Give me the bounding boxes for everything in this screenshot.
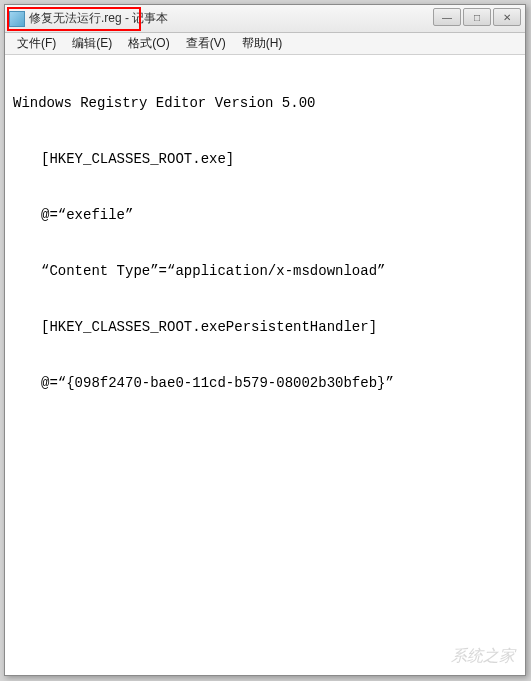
content-line: [HKEY_CLASSES_ROOT.exePersistentHandler] [13,313,517,341]
window-controls: — □ ✕ [433,8,521,26]
close-button[interactable]: ✕ [493,8,521,26]
maximize-button[interactable]: □ [463,8,491,26]
minimize-button[interactable]: — [433,8,461,26]
menu-help[interactable]: 帮助(H) [234,33,291,54]
notepad-icon [9,11,25,27]
title-separator: - [122,11,133,25]
window-title: 修复无法运行.reg - 记事本 [29,10,168,27]
content-line: [HKEY_CLASSES_ROOT.exe] [13,145,517,173]
content-line: “Content Type”=“application/x-msdownload… [13,257,517,285]
menu-file[interactable]: 文件(F) [9,33,64,54]
menu-view[interactable]: 查看(V) [178,33,234,54]
menubar: 文件(F) 编辑(E) 格式(O) 查看(V) 帮助(H) [5,33,525,55]
text-editor-area[interactable]: Windows Registry Editor Version 5.00 [HK… [5,55,525,675]
content-line: @=“exefile” [13,201,517,229]
title-filename: 修复无法运行.reg [29,11,122,25]
menu-format[interactable]: 格式(O) [120,33,177,54]
content-line: @=“{098f2470-bae0-11cd-b579-08002b30bfeb… [13,369,517,397]
titlebar[interactable]: 修复无法运行.reg - 记事本 — □ ✕ [5,5,525,33]
content-line: Windows Registry Editor Version 5.00 [13,89,517,117]
title-app: 记事本 [132,11,168,25]
notepad-window: 修复无法运行.reg - 记事本 — □ ✕ 文件(F) 编辑(E) 格式(O)… [4,4,526,676]
menu-edit[interactable]: 编辑(E) [64,33,120,54]
